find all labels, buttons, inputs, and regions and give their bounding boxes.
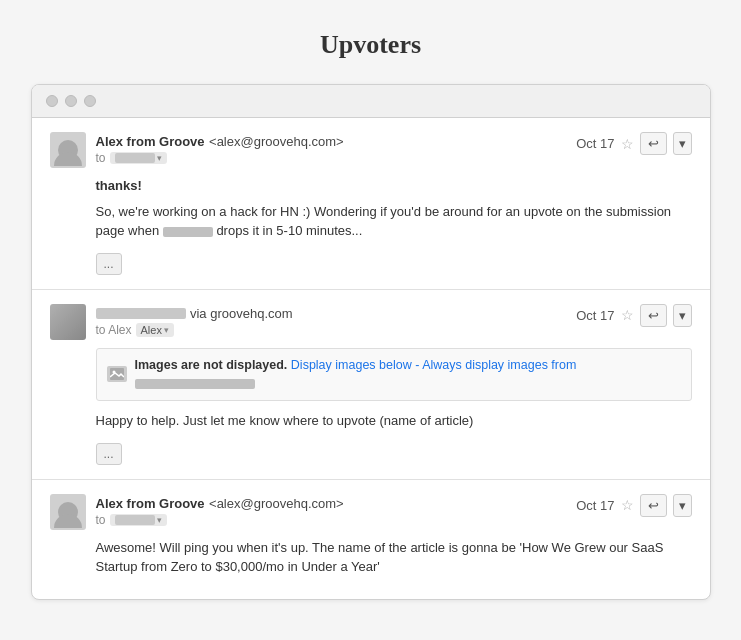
redacted-domain bbox=[135, 379, 255, 389]
avatar-2 bbox=[50, 304, 86, 340]
image-notice-content: Images are not displayed. Display images… bbox=[135, 356, 681, 394]
sender-email-3: <alex@groovehq.com> bbox=[209, 496, 344, 511]
pill-arrow-2: ▾ bbox=[164, 325, 169, 335]
star-icon-2[interactable]: ☆ bbox=[621, 307, 634, 323]
more-button-2[interactable]: ▾ bbox=[673, 304, 692, 327]
avatar-person-icon-3 bbox=[58, 502, 78, 522]
email-body-1: thanks! So, we're working on a hack for … bbox=[96, 176, 692, 275]
email-body-text-2: Happy to help. Just let me know where to… bbox=[96, 411, 692, 431]
sender-info-3: Alex from Groove <alex@groovehq.com> to … bbox=[96, 494, 567, 527]
more-button-1[interactable]: ▾ bbox=[673, 132, 692, 155]
avatar-1 bbox=[50, 132, 86, 168]
reply-button-2[interactable]: ↩ bbox=[640, 304, 667, 327]
more-button-3[interactable]: ▾ bbox=[673, 494, 692, 517]
email-date-3: Oct 17 bbox=[576, 498, 614, 513]
email-body-text-1: So, we're working on a hack for HN :) Wo… bbox=[96, 202, 692, 241]
avatar-person-icon-1 bbox=[58, 140, 78, 160]
email-body-text-3: Awesome! Will ping you when it's up. The… bbox=[96, 538, 692, 577]
pill-arrow-3: ▾ bbox=[157, 515, 162, 525]
ellipsis-button-2[interactable]: ... bbox=[96, 443, 122, 465]
reply-button-3[interactable]: ↩ bbox=[640, 494, 667, 517]
pill-arrow-1: ▾ bbox=[157, 153, 162, 163]
email-header-1: Alex from Groove <alex@groovehq.com> to … bbox=[50, 132, 692, 168]
redacted-recipient-3 bbox=[115, 515, 155, 525]
image-notice-bold: Images are not displayed. bbox=[135, 358, 288, 372]
star-icon-3[interactable]: ☆ bbox=[621, 497, 634, 513]
to-pill-1[interactable]: ▾ bbox=[110, 152, 167, 164]
email-meta-3: Oct 17 ☆ ↩ ▾ bbox=[576, 494, 691, 517]
avatar-3 bbox=[50, 494, 86, 530]
email-window: Alex from Groove <alex@groovehq.com> to … bbox=[31, 84, 711, 600]
reply-button-1[interactable]: ↩ bbox=[640, 132, 667, 155]
window-chrome bbox=[32, 85, 710, 118]
sender-info-1: Alex from Groove <alex@groovehq.com> to … bbox=[96, 132, 567, 165]
email-item-3: Alex from Groove <alex@groovehq.com> to … bbox=[32, 480, 710, 599]
redacted-recipient-1 bbox=[115, 153, 155, 163]
to-line-3: to ▾ bbox=[96, 513, 567, 527]
email-meta-2: Oct 17 ☆ ↩ ▾ bbox=[576, 304, 691, 327]
chrome-dot-1 bbox=[46, 95, 58, 107]
to-pill-2[interactable]: Alex ▾ bbox=[136, 323, 174, 337]
email-header-3: Alex from Groove <alex@groovehq.com> to … bbox=[50, 494, 692, 530]
email-meta-1: Oct 17 ☆ ↩ ▾ bbox=[576, 132, 691, 155]
email-date-1: Oct 17 bbox=[576, 136, 614, 151]
page-title: Upvoters bbox=[320, 30, 421, 60]
chrome-dot-2 bbox=[65, 95, 77, 107]
email-thread: Alex from Groove <alex@groovehq.com> to … bbox=[32, 118, 710, 599]
sender-info-2: via groovehq.com to Alex Alex ▾ bbox=[96, 304, 567, 337]
sender-name-3: Alex from Groove bbox=[96, 496, 205, 511]
email-body-2: Images are not displayed. Display images… bbox=[96, 348, 692, 465]
ellipsis-button-1[interactable]: ... bbox=[96, 253, 122, 275]
sender-email-1: <alex@groovehq.com> bbox=[209, 134, 344, 149]
email-header-2: via groovehq.com to Alex Alex ▾ Oct 17 ☆… bbox=[50, 304, 692, 340]
email-item-2: via groovehq.com to Alex Alex ▾ Oct 17 ☆… bbox=[32, 290, 710, 480]
email-body-3: Awesome! Will ping you when it's up. The… bbox=[96, 538, 692, 577]
email-item-1: Alex from Groove <alex@groovehq.com> to … bbox=[32, 118, 710, 290]
star-icon-1[interactable]: ☆ bbox=[621, 136, 634, 152]
to-line-1: to ▾ bbox=[96, 151, 567, 165]
redacted-name-1 bbox=[163, 227, 213, 237]
to-line-2: to Alex Alex ▾ bbox=[96, 323, 567, 337]
image-notice: Images are not displayed. Display images… bbox=[96, 348, 692, 402]
email-greeting-1: thanks! bbox=[96, 176, 692, 196]
to-alex-label: Alex bbox=[141, 324, 162, 336]
sender-email-2: via groovehq.com bbox=[190, 306, 293, 321]
redacted-sender-2 bbox=[96, 308, 186, 319]
sender-name-1: Alex from Groove bbox=[96, 134, 205, 149]
image-notice-link[interactable]: Display images below - Always display im… bbox=[291, 358, 577, 372]
image-placeholder-icon bbox=[107, 366, 127, 382]
email-date-2: Oct 17 bbox=[576, 308, 614, 323]
to-pill-3[interactable]: ▾ bbox=[110, 514, 167, 526]
chrome-dot-3 bbox=[84, 95, 96, 107]
